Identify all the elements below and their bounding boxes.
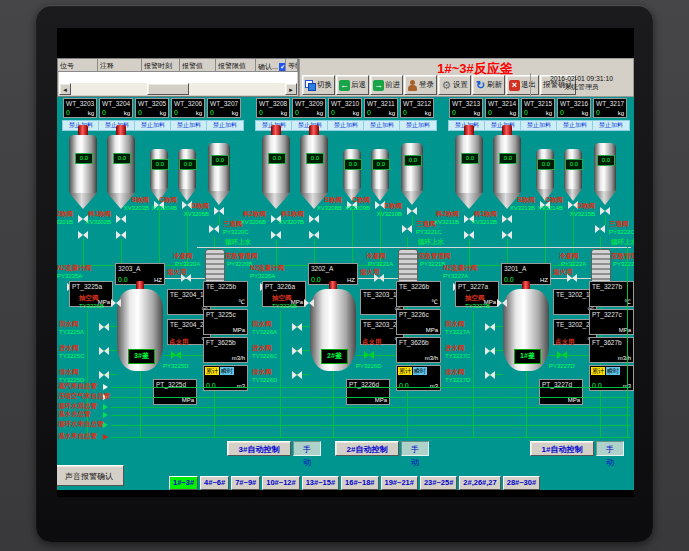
manual-mode-button[interactable]: 手动 bbox=[596, 441, 624, 456]
pressure-d-readout[interactable]: PT_3226dMPa bbox=[346, 379, 390, 405]
hopper-discharge-valve[interactable] bbox=[309, 231, 319, 239]
reactor-group-tab[interactable]: 2#,26#,27 bbox=[459, 476, 500, 490]
alarm-table-scrollbar[interactable]: ◄ ► bbox=[59, 83, 297, 95]
forward-button[interactable]: 前进 bbox=[370, 75, 403, 95]
weight-readout[interactable]: WT_32070kg bbox=[207, 98, 241, 118]
totalizer-total-button[interactable]: 累计 bbox=[591, 367, 605, 375]
scroll-left-button[interactable]: ◄ bbox=[59, 83, 71, 95]
alarm-column-header[interactable]: 注释 bbox=[98, 59, 142, 72]
reactor-valve[interactable] bbox=[99, 347, 109, 355]
hopper-discharge-valve[interactable] bbox=[214, 207, 224, 215]
refresh-button[interactable]: 刷新 bbox=[472, 75, 505, 95]
pressure-d-readout[interactable]: PT_3227dMPa bbox=[539, 379, 583, 405]
flow-readout[interactable]: FT_3625bm3/h bbox=[203, 337, 248, 363]
weight-readout[interactable]: WT_32110kg bbox=[364, 98, 398, 118]
settings-button[interactable]: 设置 bbox=[438, 75, 471, 95]
reactor-valve[interactable] bbox=[292, 371, 302, 379]
hopper-discharge-valve[interactable] bbox=[116, 215, 126, 223]
reactor-group-tab[interactable]: 16#~18# bbox=[341, 476, 378, 490]
value-row: 0kg bbox=[524, 109, 552, 116]
pressure-c-readout[interactable]: PT_3225cMPa bbox=[203, 309, 248, 335]
alarm-column-header[interactable]: 位号 bbox=[58, 59, 98, 72]
manual-mode-button[interactable]: 手动 bbox=[293, 441, 321, 456]
totalizer-instant-button[interactable]: 瞬时 bbox=[606, 367, 620, 375]
weight-readout[interactable]: WT_32050kg bbox=[135, 98, 169, 118]
extinguish-valve[interactable] bbox=[374, 274, 384, 282]
reactor-valve[interactable] bbox=[485, 323, 495, 331]
totalizer-total-button[interactable]: 累计 bbox=[398, 367, 412, 375]
hopper-discharge-valve[interactable] bbox=[309, 215, 319, 223]
alarm-column-header[interactable]: 确认...✔ bbox=[256, 59, 286, 72]
hopper-discharge-valve[interactable] bbox=[600, 207, 610, 215]
tee-valve[interactable] bbox=[209, 225, 219, 233]
auto-control-button[interactable]: 1#自动控制 bbox=[530, 441, 594, 456]
alarm-column-header[interactable]: 报警限值 bbox=[216, 59, 256, 72]
hopper-discharge-valve[interactable] bbox=[407, 207, 417, 215]
weight-readout[interactable]: WT_32040kg bbox=[99, 98, 133, 118]
ignition-valve[interactable] bbox=[171, 351, 181, 359]
reactor-group-tab[interactable]: 1#~3# bbox=[169, 476, 198, 490]
pressure-c-readout[interactable]: PT_3226cMPa bbox=[396, 309, 441, 335]
reactor-valve[interactable] bbox=[292, 347, 302, 355]
reactor-valve[interactable] bbox=[99, 323, 109, 331]
hopper-discharge-valve[interactable] bbox=[116, 231, 126, 239]
hopper-display: 0.0 bbox=[306, 153, 324, 164]
manual-mode-button[interactable]: 手动 bbox=[401, 441, 429, 456]
reactor-valve[interactable] bbox=[497, 299, 507, 307]
temperature-b-readout[interactable]: TE_3225b℃ bbox=[203, 281, 248, 307]
extinguish-valve[interactable] bbox=[181, 274, 191, 282]
weight-readout[interactable]: WT_32060kg bbox=[171, 98, 205, 118]
weight-unit: kg bbox=[389, 110, 395, 116]
hopper-discharge-valve[interactable] bbox=[78, 231, 88, 239]
ignition-valve[interactable] bbox=[364, 351, 374, 359]
alarm-column-header[interactable]: 报警值 bbox=[180, 59, 216, 72]
switch-button[interactable]: 切换 bbox=[302, 75, 335, 95]
scroll-thumb[interactable] bbox=[147, 83, 189, 95]
scroll-right-button[interactable]: ► bbox=[285, 83, 297, 95]
weight-readout[interactable]: WT_32170kg bbox=[593, 98, 627, 118]
reactor-valve[interactable] bbox=[485, 371, 495, 379]
flow-readout[interactable]: FT_3626bm3/h bbox=[396, 337, 441, 363]
totalizer-total-button[interactable]: 累计 bbox=[205, 367, 219, 375]
totalizer-instant-button[interactable]: 瞬时 bbox=[220, 367, 234, 375]
temperature-b-readout[interactable]: TE_3226b℃ bbox=[396, 281, 441, 307]
reactor-group-tab[interactable]: 19#~21# bbox=[381, 476, 418, 490]
reactor-valve[interactable] bbox=[485, 347, 495, 355]
totalizer-instant-button[interactable]: 瞬时 bbox=[413, 367, 427, 375]
weight-readout[interactable]: WT_32080kg bbox=[256, 98, 290, 118]
reactor-group-tab[interactable]: 23#~25# bbox=[420, 476, 457, 490]
reactor-group-tab[interactable]: 4#~6# bbox=[200, 476, 229, 490]
reactor-valve[interactable] bbox=[99, 371, 109, 379]
weight-readout[interactable]: WT_32100kg bbox=[328, 98, 362, 118]
back-button[interactable]: 后退 bbox=[336, 75, 369, 95]
reactor-group-tab[interactable]: 28#~30# bbox=[503, 476, 540, 490]
alarm-column-header[interactable]: 等级 bbox=[286, 59, 298, 72]
weight-readout[interactable]: WT_32090kg bbox=[292, 98, 326, 118]
weight-readout[interactable]: WT_32030kg bbox=[63, 98, 97, 118]
reactor-group-tab[interactable]: 7#~9# bbox=[231, 476, 260, 490]
hopper-discharge-valve[interactable] bbox=[271, 231, 281, 239]
weight-readout[interactable]: WT_32160kg bbox=[557, 98, 591, 118]
hopper-discharge-valve[interactable] bbox=[464, 231, 474, 239]
tee-valve[interactable] bbox=[402, 225, 412, 233]
weight-readout[interactable]: WT_32120kg bbox=[400, 98, 434, 118]
extinguish-valve[interactable] bbox=[567, 274, 577, 282]
reactor-valve[interactable] bbox=[292, 323, 302, 331]
weight-readout[interactable]: WT_32140kg bbox=[485, 98, 519, 118]
reactor-valve[interactable] bbox=[111, 299, 121, 307]
login-button[interactable]: 登录 bbox=[404, 75, 437, 95]
ignition-valve[interactable] bbox=[557, 351, 567, 359]
weight-readout[interactable]: WT_32150kg bbox=[521, 98, 555, 118]
hopper-discharge-valve[interactable] bbox=[502, 231, 512, 239]
alarm-column-header[interactable]: 报警时刻 bbox=[142, 59, 180, 72]
hopper-discharge-valve[interactable] bbox=[502, 215, 512, 223]
pressure-d-readout[interactable]: PT_3225dMPa bbox=[153, 379, 197, 405]
auto-control-button[interactable]: 2#自动控制 bbox=[335, 441, 399, 456]
reactor-group-tab[interactable]: 10#~12# bbox=[262, 476, 299, 490]
auto-control-button[interactable]: 3#自动控制 bbox=[227, 441, 291, 456]
reactor-valve[interactable] bbox=[304, 299, 314, 307]
tee-valve[interactable] bbox=[595, 225, 605, 233]
reactor-group-tab[interactable]: 13#~15# bbox=[302, 476, 339, 490]
sound-alarm-ack-button[interactable]: 声音报警确认 bbox=[57, 465, 124, 486]
weight-readout[interactable]: WT_32130kg bbox=[449, 98, 483, 118]
